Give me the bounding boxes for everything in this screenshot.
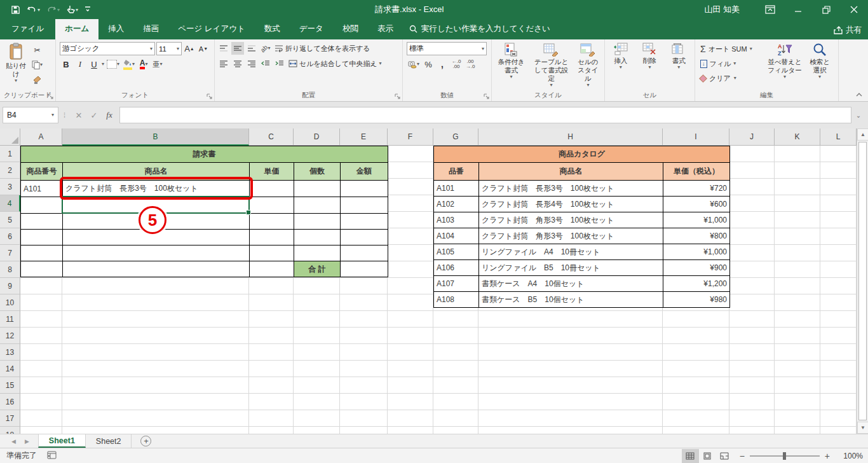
zoom-level[interactable]: 100% <box>836 452 863 460</box>
catalog-price[interactable]: ¥1,000 <box>663 244 730 260</box>
catalog-code[interactable]: A108 <box>434 292 479 308</box>
name-box-caret[interactable]: ▾ <box>51 113 54 118</box>
cell-styles-button[interactable]: セルのスタイル ▾ <box>573 41 603 90</box>
row-header-18[interactable]: 18 <box>0 427 20 434</box>
catalog-code[interactable]: A105 <box>434 244 479 260</box>
increase-decimal-icon[interactable]: ←.0.00 <box>450 58 463 71</box>
tab-formulas[interactable]: 数式 <box>255 19 290 39</box>
touch-mode-caret[interactable]: ▾ <box>76 7 78 13</box>
scroll-up-icon[interactable]: ▲ <box>857 128 868 141</box>
clipboard-dialog-launcher[interactable] <box>48 93 54 100</box>
undo-icon[interactable]: ▾ <box>25 4 42 15</box>
conditional-formatting-button[interactable]: 条件付き書式 ▾ <box>493 41 529 90</box>
tab-file[interactable]: ファイル <box>0 19 55 39</box>
total-value-cell[interactable] <box>341 261 388 277</box>
row-header-4[interactable]: 4 <box>0 195 20 212</box>
tab-data[interactable]: データ <box>290 19 333 39</box>
cell-a6[interactable] <box>21 230 63 245</box>
col-header-d[interactable]: D <box>294 128 340 146</box>
sheet-tab-sheet1[interactable]: Sheet1 <box>38 434 86 448</box>
total-label-cell[interactable]: 合 計 <box>294 261 341 277</box>
cancel-entry-icon[interactable]: ✕ <box>71 107 86 123</box>
sort-filter-button[interactable]: AZ 並べ替えとフィルター ▾ <box>765 41 804 90</box>
cell-d6[interactable] <box>294 230 341 245</box>
invoice-header-amount[interactable]: 金額 <box>341 163 388 181</box>
zoom-slider-track[interactable] <box>750 455 820 457</box>
customize-qat-icon[interactable] <box>83 4 93 15</box>
row-header-17[interactable]: 17 <box>0 410 20 427</box>
cell-c3[interactable] <box>250 181 294 197</box>
row-header-13[interactable]: 13 <box>0 344 20 361</box>
zoom-out-icon[interactable]: − <box>740 451 745 461</box>
row-header-12[interactable]: 12 <box>0 328 20 344</box>
name-box[interactable]: B4 ▾ <box>3 107 58 123</box>
new-sheet-icon[interactable]: + <box>140 436 151 446</box>
catalog-code[interactable]: A103 <box>434 212 479 228</box>
number-format-select[interactable]: 標準▾ <box>407 42 487 55</box>
find-select-button[interactable]: 検索と選択 ▾ <box>804 41 835 90</box>
decrease-decimal-icon[interactable]: .00→.0 <box>464 58 477 71</box>
invoice-header-code[interactable]: 商品番号 <box>21 163 63 181</box>
catalog-price[interactable]: ¥800 <box>663 228 730 244</box>
cell-d7[interactable] <box>294 245 341 261</box>
tab-insert[interactable]: 挿入 <box>98 19 133 39</box>
catalog-price[interactable]: ¥980 <box>663 292 730 308</box>
col-header-l[interactable]: L <box>820 128 857 146</box>
align-middle-icon[interactable] <box>231 42 244 55</box>
paste-button[interactable]: 貼り付け ▾ <box>1 41 31 90</box>
cell-a5[interactable] <box>21 214 63 230</box>
page-break-view-icon[interactable] <box>716 449 733 463</box>
touch-mode-icon[interactable]: ▾ <box>64 4 80 16</box>
cell-c7[interactable] <box>250 245 294 261</box>
cell-e3[interactable] <box>341 181 388 197</box>
catalog-code[interactable]: A107 <box>434 276 479 292</box>
align-left-icon[interactable] <box>217 57 230 70</box>
normal-view-icon[interactable] <box>682 449 699 463</box>
cut-icon[interactable]: ✂ <box>31 44 44 57</box>
increase-indent-icon[interactable] <box>273 57 286 70</box>
col-header-c[interactable]: C <box>249 128 294 146</box>
col-header-g[interactable]: G <box>433 128 478 146</box>
account-user-name[interactable]: 山田 知美 <box>704 4 740 15</box>
row-header-5[interactable]: 5 <box>0 212 20 228</box>
share-button[interactable]: 共有 <box>834 25 862 36</box>
zoom-in-icon[interactable]: + <box>825 451 830 461</box>
catalog-header-code[interactable]: 品番 <box>434 163 479 181</box>
cell-a3[interactable]: A101 <box>21 181 63 197</box>
orientation-icon[interactable]: ab▾ <box>259 42 272 55</box>
cell-d4[interactable] <box>294 197 341 214</box>
vertical-scroll-thumb[interactable] <box>858 142 867 420</box>
row-header-16[interactable]: 16 <box>0 394 20 410</box>
scroll-down-icon[interactable]: ▼ <box>857 422 868 434</box>
cell-e6[interactable] <box>341 230 388 245</box>
catalog-price[interactable]: ¥900 <box>663 260 730 276</box>
comma-style-icon[interactable]: , <box>436 58 449 71</box>
minimize-button[interactable] <box>784 0 812 19</box>
fill-color-icon[interactable]: ▾ <box>122 58 136 71</box>
underline-caret[interactable]: ▾ <box>102 62 104 67</box>
col-header-j[interactable]: J <box>729 128 775 146</box>
row-header-6[interactable]: 6 <box>0 228 20 245</box>
tab-page-layout[interactable]: ページ レイアウト <box>168 19 255 39</box>
ribbon-display-options-icon[interactable] <box>756 0 784 19</box>
col-header-a[interactable]: A <box>20 128 62 146</box>
wrap-text-button[interactable]: 折り返して全体を表示する <box>273 42 372 55</box>
catalog-name[interactable]: 書類ケース A4 10個セット <box>479 276 663 292</box>
col-header-i[interactable]: I <box>663 128 729 146</box>
collapse-ribbon-icon[interactable] <box>855 92 863 97</box>
page-layout-view-icon[interactable] <box>699 449 716 463</box>
font-dialog-launcher[interactable] <box>207 93 213 100</box>
row-header-14[interactable]: 14 <box>0 361 20 377</box>
align-center-icon[interactable] <box>231 57 244 70</box>
catalog-header-price[interactable]: 単価（税込） <box>663 163 730 181</box>
redo-dropdown-caret[interactable]: ▾ <box>57 7 60 13</box>
catalog-code[interactable]: A101 <box>434 181 479 197</box>
catalog-name[interactable]: リングファイル A4 10冊セット <box>479 244 663 260</box>
bold-button[interactable]: B <box>60 58 72 71</box>
cell-b3[interactable]: クラフト封筒 長形3号 100枚セット <box>63 181 250 197</box>
macro-record-icon[interactable] <box>47 451 57 461</box>
delete-cells-button[interactable]: 削除 ▾ <box>640 41 659 90</box>
cell-d3[interactable] <box>294 181 341 197</box>
insert-cells-button[interactable]: 挿入 ▾ <box>611 41 630 90</box>
catalog-name[interactable]: クラフト封筒 長形3号 100枚セット <box>479 181 663 197</box>
